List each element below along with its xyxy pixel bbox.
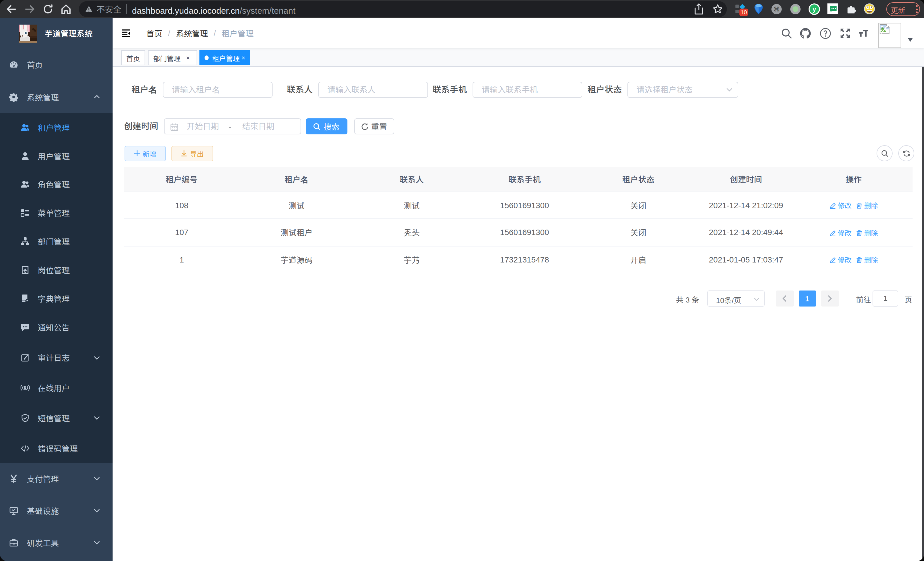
svg-text:y: y bbox=[813, 6, 816, 13]
svg-text:⌘: ⌘ bbox=[773, 6, 780, 13]
